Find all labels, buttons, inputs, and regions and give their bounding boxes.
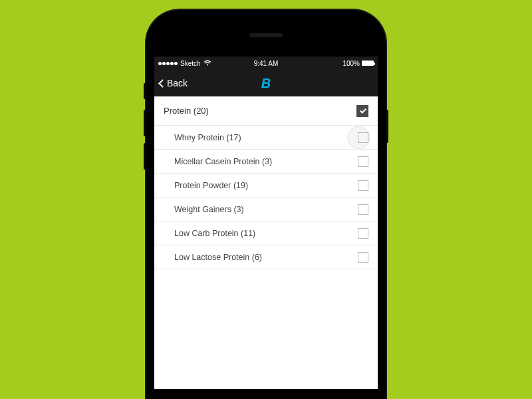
filter-child-label: Low Carb Protein (11)	[174, 229, 255, 238]
phone-volume-down	[144, 143, 146, 170]
filter-child-label: Protein Powder (19)	[174, 181, 248, 190]
wifi-icon	[203, 60, 211, 67]
phone-volume-up	[144, 110, 146, 136]
checkbox[interactable]	[358, 228, 368, 239]
checkmark-icon	[360, 107, 366, 114]
phone-frame: Sketch 9:41 AM 100% Back B Protein (20)	[146, 10, 386, 399]
phone-mute-switch	[144, 83, 146, 99]
filter-list: Protein (20) Whey Protein (17) Micellar …	[154, 96, 378, 269]
phone-power-button	[386, 110, 388, 143]
filter-row-child[interactable]: Weight Gainers (3)	[154, 198, 378, 221]
status-bar: Sketch 9:41 AM 100%	[154, 57, 378, 70]
filter-row-child[interactable]: Low Carb Protein (11)	[154, 221, 378, 245]
checkbox[interactable]	[356, 105, 368, 117]
signal-icon	[158, 62, 178, 65]
filter-child-label: Whey Protein (17)	[174, 133, 241, 142]
back-label: Back	[167, 78, 188, 88]
filter-parent-label: Protein (20)	[164, 106, 209, 116]
filter-child-label: Low Lactose Protein (6)	[174, 253, 262, 262]
filter-child-label: Micellar Casein Protein (3)	[174, 157, 272, 166]
back-button[interactable]: Back	[160, 78, 188, 88]
touch-indicator	[347, 126, 370, 149]
screen: Sketch 9:41 AM 100% Back B Protein (20)	[154, 57, 378, 389]
status-right: 100%	[342, 60, 374, 67]
checkbox[interactable]	[358, 204, 368, 215]
checkbox[interactable]	[358, 156, 368, 167]
nav-bar: Back B	[154, 70, 378, 96]
filter-row-child[interactable]: Protein Powder (19)	[154, 174, 378, 198]
battery-icon	[362, 61, 374, 66]
clock: 9:41 AM	[254, 60, 279, 67]
phone-speaker	[249, 33, 283, 37]
chevron-left-icon	[158, 79, 167, 88]
checkbox[interactable]	[358, 252, 368, 263]
status-left: Sketch	[158, 60, 211, 67]
filter-child-label: Weight Gainers (3)	[174, 205, 244, 214]
carrier-label: Sketch	[180, 60, 201, 67]
filter-row-child[interactable]: Micellar Casein Protein (3)	[154, 150, 378, 174]
filter-row-child[interactable]: Whey Protein (17)	[154, 126, 378, 150]
filter-row-parent[interactable]: Protein (20)	[154, 96, 378, 126]
filter-row-child[interactable]: Low Lactose Protein (6)	[154, 245, 378, 269]
battery-pct: 100%	[342, 60, 360, 67]
brand-logo: B	[261, 76, 271, 91]
checkbox[interactable]	[358, 180, 368, 191]
